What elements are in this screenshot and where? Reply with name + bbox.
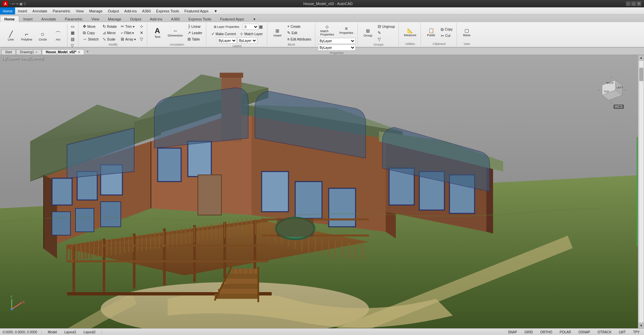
close-button[interactable]: ✕ [637,1,641,6]
menu-manage[interactable]: Manage [87,7,105,14]
menu-view[interactable]: View [73,7,87,14]
linetype-select[interactable]: ByLayer [237,38,257,44]
tab-drawing1[interactable]: Drawing1 ✕ [16,49,42,55]
menu-parametric[interactable]: Parametric [50,7,73,14]
tab-home[interactable]: Home [0,16,19,22]
color-select[interactable]: ByLayer [217,38,237,44]
tab-house-model[interactable]: House_Model_v02* ✕ [42,49,84,55]
polyline-button[interactable]: ⌐ Polyline [19,30,35,42]
grid-toggle[interactable]: GRID [523,330,535,335]
window-controls: ─ □ ✕ [626,1,641,6]
move-button[interactable]: ✥Move [81,23,100,29]
scroll-down-button[interactable]: ▼ [639,323,644,328]
osnap-toggle[interactable]: OSNAP [577,330,592,335]
layer-select[interactable]: 0WallsRoof [243,24,259,30]
menu-featured[interactable]: Featured Apps [182,7,211,14]
tab-parametric[interactable]: Parametric [60,16,87,22]
table-button[interactable]: ⊞Table [186,36,204,42]
edit-attributes-button[interactable]: ≡Edit Attributes [285,36,313,42]
match-layer-button[interactable]: ⊹Match Layer [238,31,264,37]
create-block-button[interactable]: +Create [285,23,313,29]
insert-button[interactable]: ⊞ Insert [270,27,285,38]
cut-button[interactable]: ✂Cut [439,33,454,39]
svg-text:LEFT: LEFT [616,86,623,89]
mirror-button[interactable]: ⊿Mirror [101,30,118,36]
base-button[interactable]: ▢ Base [460,27,474,38]
ungroup-button[interactable]: ⊟Ungroup [376,23,396,29]
linear-button[interactable]: ├Linear [186,23,204,29]
view-cube[interactable]: BACK LEFT TOP ↑ → ↓ ← [597,75,624,102]
rectangle-button[interactable]: ▭ [69,23,76,29]
scroll-thumb[interactable] [639,68,643,81]
restore-button[interactable]: □ [631,1,636,6]
model-tab[interactable]: Model [46,330,58,335]
close-drawing1[interactable]: ✕ [35,51,38,54]
fillet-button[interactable]: ⌐Fillet ▾ [119,30,138,36]
color-bylayer-select[interactable]: ByLayer [318,38,356,44]
tab-addins[interactable]: Add-ins [146,16,167,22]
menu-annotate[interactable]: Annotate [30,7,50,14]
rotate-button[interactable]: ↻Rotate [101,23,118,29]
group-button[interactable]: ⊞ Group [361,27,375,38]
dimension-button[interactable]: ↔ Dimension [165,27,185,38]
copy-clip-button[interactable]: ⧉Copy [439,26,454,32]
explode-button[interactable]: ⊹ [138,23,145,29]
close-house-model[interactable]: ✕ [78,51,80,54]
more-modify-button[interactable]: ▽ [138,36,145,42]
tab-featured[interactable]: Featured Apps [216,16,249,22]
minimize-button[interactable]: ─ [626,1,631,6]
text-button[interactable]: A Text [150,26,165,40]
tab-more[interactable]: ▼ [249,16,261,22]
vertical-scrollbar[interactable]: ▲ ▼ [638,55,644,328]
group-edit-button[interactable]: ✎ [376,30,396,36]
line-button[interactable]: ╱ Line [3,30,18,42]
measure-button[interactable]: 📐 Measure [401,27,419,38]
menu-addins[interactable]: Add-ins [122,7,140,14]
hatch-button[interactable]: ▦ [69,30,76,36]
array-button[interactable]: ⊞Array ▾ [119,36,138,42]
tab-a360[interactable]: A360 [167,16,184,22]
stretch-button[interactable]: ↔Stretch [81,36,100,42]
polar-toggle[interactable]: POLAR [558,330,573,335]
copy-button[interactable]: ⧉Copy [81,30,100,36]
menu-output[interactable]: Output [105,7,122,14]
tpy-toggle[interactable]: TPY [632,330,641,335]
menu-a360[interactable]: A360 [140,7,154,14]
gradient-button[interactable]: ▧ [69,36,76,42]
otrack-toggle[interactable]: OTRACK [596,330,613,335]
add-tab-button[interactable]: + [85,49,91,55]
make-current-button[interactable]: ✓Make Current [210,31,238,37]
viewport[interactable]: [-][Custom View][Current] [0,55,644,328]
tab-express[interactable]: Express Tools [184,16,216,22]
linetype-bylayer-select[interactable]: ByLayer [318,45,356,51]
properties-dialog-button[interactable]: ≡ Properties [337,23,356,37]
layout2-tab[interactable]: Layout2 [82,330,97,335]
scroll-up-button[interactable]: ▲ [639,55,644,60]
edit-block-button[interactable]: ✎Edit [285,30,313,36]
tab-output[interactable]: Output [126,16,146,22]
snap-toggle[interactable]: SNAP [506,330,519,335]
menu-more[interactable]: ▼ [211,7,220,14]
circle-button[interactable]: ○ Circle [35,30,50,42]
more-draw-button[interactable]: ▽ [69,43,76,49]
paste-button[interactable]: 📋 Paste [424,27,438,38]
erase-button[interactable]: ✕ [138,30,145,36]
arc-button[interactable]: ⌒ Arc [51,30,65,42]
layout1-tab[interactable]: Layout1 [63,330,78,335]
tab-insert[interactable]: Insert [19,16,37,22]
tab-start[interactable]: Start [1,49,16,55]
lwt-toggle[interactable]: LWT [617,330,627,335]
tab-manage[interactable]: Manage [104,16,126,22]
group-more-button[interactable]: ▽ [376,36,396,42]
leader-button[interactable]: ↗Leader [186,30,204,36]
ortho-toggle[interactable]: ORTHO [539,330,554,335]
match-props-button[interactable]: ⊹ MatchProperties [318,23,336,37]
menu-insert[interactable]: Insert [15,7,30,14]
menu-express[interactable]: Express Tools [154,7,182,14]
layer-properties-button[interactable]: ≡ Layer Properties [211,23,241,30]
scale-button[interactable]: ⤡Scale [101,36,118,42]
menu-home[interactable]: Home [0,7,15,14]
tab-annotate[interactable]: Annotate [37,16,60,22]
trim-button[interactable]: ✂Trim ▾ [119,23,138,29]
tab-view[interactable]: View [87,16,104,22]
